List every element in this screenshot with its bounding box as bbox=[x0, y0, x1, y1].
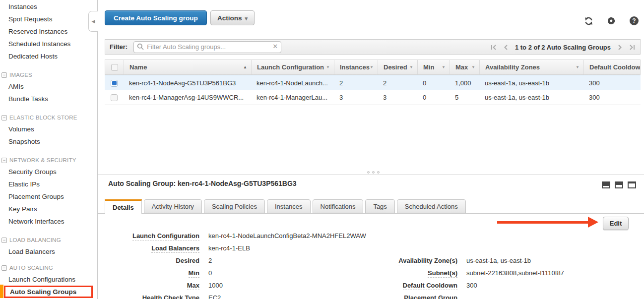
cell-desired: 2 bbox=[378, 76, 417, 90]
pane-layout-medium-icon[interactable] bbox=[615, 181, 623, 188]
last-page-icon[interactable] bbox=[629, 44, 635, 51]
select-all-checkbox[interactable] bbox=[111, 64, 118, 71]
tab-details[interactable]: Details bbox=[105, 199, 142, 214]
active-nav-indicator-bar bbox=[0, 285, 3, 298]
filter-search-box: ✕ bbox=[133, 41, 281, 53]
sort-icon: ▼ bbox=[442, 65, 450, 69]
tab-scaling-policies[interactable]: Scaling Policies bbox=[204, 199, 265, 213]
section-collapse-icon[interactable]: − bbox=[1, 72, 7, 78]
sidebar-section-load-balancing[interactable]: − LOAD BALANCING bbox=[0, 235, 97, 245]
tab-instances[interactable]: Instances bbox=[267, 199, 311, 213]
sidebar-item-network-interfaces[interactable]: Network Interfaces bbox=[0, 215, 97, 228]
cell-max: 5 bbox=[450, 90, 479, 105]
row-checkbox[interactable] bbox=[111, 94, 118, 101]
cell-max: 1,000 bbox=[450, 76, 479, 90]
sidebar-item-spot-requests[interactable]: Spot Requests bbox=[0, 13, 97, 25]
sort-icon: ▼ bbox=[576, 65, 583, 69]
sort-icon: ▼ bbox=[326, 65, 334, 69]
cell-desired: 3 bbox=[378, 90, 417, 105]
cell-min: 0 bbox=[417, 76, 450, 90]
column-label: Name bbox=[129, 63, 147, 71]
field-label: Placement Group bbox=[404, 294, 457, 299]
sidebar-nav: Instances Spot Requests Reserved Instanc… bbox=[0, 0, 97, 299]
sidebar-section-auto-scaling[interactable]: − AUTO SCALING bbox=[0, 262, 97, 273]
sidebar-item-instances[interactable]: Instances bbox=[0, 0, 97, 13]
field-value: 300 bbox=[466, 282, 477, 289]
tab-notifications[interactable]: Notifications bbox=[313, 199, 364, 213]
splitter-drag-handle-icon[interactable] bbox=[367, 171, 380, 174]
row-checkbox-checked[interactable] bbox=[111, 80, 118, 87]
field-value: subnet-22163808,subnet-f1110f87 bbox=[466, 269, 564, 277]
tab-tags[interactable]: Tags bbox=[365, 199, 394, 213]
sort-ascending-icon: ▲ bbox=[243, 65, 251, 69]
prev-page-icon[interactable] bbox=[503, 44, 508, 51]
sidebar-section-network-security[interactable]: − NETWORK & SECURITY bbox=[0, 155, 97, 166]
field-label: Launch Configuration bbox=[132, 232, 199, 240]
column-header-default-cooldown[interactable]: Default Cooldown bbox=[584, 60, 640, 74]
sort-icon: ▼ bbox=[370, 65, 378, 69]
annotation-arrow-head bbox=[588, 217, 598, 228]
sidebar-item-placement-groups[interactable]: Placement Groups bbox=[0, 190, 97, 203]
column-header-max[interactable]: Max ▼ bbox=[450, 60, 480, 74]
section-collapse-icon[interactable]: − bbox=[1, 115, 7, 120]
splitter-divider bbox=[98, 175, 644, 175]
sidebar-item-load-balancers[interactable]: Load Balancers bbox=[0, 245, 97, 258]
column-header-instances[interactable]: Instances ▼ bbox=[334, 60, 378, 74]
field-label: Desired bbox=[176, 257, 199, 265]
section-collapse-icon[interactable]: − bbox=[1, 158, 7, 163]
create-auto-scaling-group-button[interactable]: Create Auto Scaling group bbox=[105, 10, 207, 25]
cell-launch-configuration: ken-rc4-1-NodeLaunch... bbox=[251, 76, 334, 90]
sidebar-item-key-pairs[interactable]: Key Pairs bbox=[0, 203, 97, 215]
sidebar-item-reserved-instances[interactable]: Reserved Instances bbox=[0, 25, 97, 38]
column-header-availability-zones[interactable]: Availability Zones ▼ bbox=[480, 60, 584, 74]
field-value: EC2 bbox=[208, 294, 221, 299]
first-page-icon[interactable] bbox=[491, 44, 497, 51]
pane-layout-controls bbox=[602, 181, 636, 188]
sidebar-section-ebs[interactable]: − ELASTIC BLOCK STORE bbox=[0, 112, 97, 123]
tab-scheduled-actions[interactable]: Scheduled Actions bbox=[397, 199, 466, 213]
field-label: Min bbox=[189, 269, 199, 278]
next-page-icon[interactable] bbox=[618, 44, 623, 51]
column-header-launch-configuration[interactable]: Launch Configuration ▼ bbox=[252, 60, 334, 74]
column-label: Desired bbox=[384, 63, 407, 71]
table-row[interactable]: ken-rc4-1-NodeAsg-G5TU3P561BG3 ken-rc4-1… bbox=[105, 75, 641, 90]
filter-bar: Filter: ✕ 1 to 2 of 2 Auto Scaling Group… bbox=[105, 39, 641, 55]
sort-icon: ▼ bbox=[409, 65, 417, 69]
field-label: Subnet(s) bbox=[428, 269, 457, 278]
clear-filter-icon[interactable]: ✕ bbox=[272, 43, 278, 50]
tab-activity-history[interactable]: Activity History bbox=[144, 199, 202, 213]
field-label: Load Balancers bbox=[151, 244, 199, 253]
section-label: AUTO SCALING bbox=[9, 262, 53, 273]
sidebar-item-launch-configurations[interactable]: Launch Configurations bbox=[0, 273, 97, 286]
pane-layout-small-icon[interactable] bbox=[602, 181, 610, 188]
column-header-min[interactable]: Min ▼ bbox=[418, 60, 450, 74]
sidebar-section-images[interactable]: − IMAGES bbox=[0, 69, 97, 80]
pane-layout-large-icon[interactable] bbox=[628, 181, 636, 188]
gear-settings-icon[interactable] bbox=[606, 16, 616, 26]
sidebar-item-snapshots[interactable]: Snapshots bbox=[0, 135, 97, 148]
caret-down-icon: ▾ bbox=[245, 15, 248, 21]
sidebar-item-scheduled-instances[interactable]: Scheduled Instances bbox=[0, 38, 97, 50]
sidebar-item-volumes[interactable]: Volumes bbox=[0, 123, 97, 135]
section-collapse-icon[interactable]: − bbox=[1, 238, 7, 243]
column-header-desired[interactable]: Desired ▼ bbox=[378, 60, 418, 74]
section-label: IMAGES bbox=[9, 69, 32, 80]
table-row[interactable]: ken-rc4-1-ManagerAsg-14US9WWCR... ken-rc… bbox=[105, 90, 641, 105]
refresh-icon[interactable] bbox=[583, 16, 593, 26]
column-header-name[interactable]: Name ▲ bbox=[124, 60, 252, 74]
sidebar-item-auto-scaling-groups[interactable]: Auto Scaling Groups bbox=[4, 286, 93, 298]
filter-search-input[interactable] bbox=[133, 41, 281, 53]
sidebar-item-dedicated-hosts[interactable]: Dedicated Hosts bbox=[0, 50, 97, 62]
field-value: ken-rc4-1-ELB bbox=[208, 244, 250, 252]
ec2-console-screen: Instances Spot Requests Reserved Instanc… bbox=[0, 0, 644, 299]
sidebar-item-security-groups[interactable]: Security Groups bbox=[0, 166, 97, 178]
actions-button[interactable]: Actions▾ bbox=[210, 10, 255, 25]
sidebar-item-bundle-tasks[interactable]: Bundle Tasks bbox=[0, 93, 97, 105]
sidebar-collapse-handle[interactable]: ◀ bbox=[88, 11, 98, 32]
help-icon[interactable]: ? bbox=[629, 16, 639, 26]
sidebar-item-amis[interactable]: AMIs bbox=[0, 80, 97, 93]
sidebar-item-elastic-ips[interactable]: Elastic IPs bbox=[0, 178, 97, 190]
edit-button[interactable]: Edit bbox=[603, 217, 629, 230]
help-glyph: ? bbox=[630, 16, 639, 25]
section-collapse-icon[interactable]: − bbox=[1, 265, 7, 271]
